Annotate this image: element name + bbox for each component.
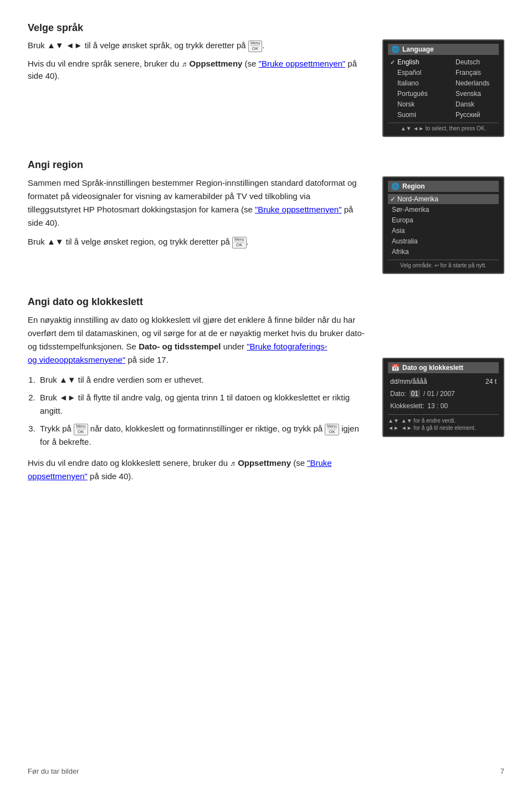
dato-footer-line-1: ▲▼ ▲▼ for å endre verdi.	[388, 417, 499, 424]
region-nord-amerika: ✓ Nord-Amerika	[388, 194, 499, 204]
step-2: Bruk ◄► til å flytte til andre valg, og …	[38, 391, 366, 418]
bruke-oppsett-link-2[interactable]: "Bruke oppsettmenyen"	[255, 205, 342, 214]
region-sor-amerika: Sør-Amerika	[388, 205, 499, 215]
language-screen: 🌐 Language ✓ English Deutsch Es	[382, 39, 504, 137]
bruke-oppsett-link-1[interactable]: "Bruke oppsettmenyen"	[259, 59, 346, 68]
angi-region-body: Sammen med Språk-innstillingen bestemmer…	[28, 176, 366, 230]
lang-norsk: Norsk	[388, 99, 441, 109]
oppsett-bold-2: Oppsettmeny	[238, 458, 291, 468]
dato-bold: Dato- og tidsstempel	[139, 342, 221, 351]
velge-sprak-heading: Velge språk	[28, 22, 504, 34]
angi-region-heading: Angi region	[28, 159, 504, 171]
oppsett-bold-1: Oppsettmeny	[190, 59, 243, 68]
region-screen-title: 🌐 Region	[388, 181, 499, 192]
lang-francais: Français	[446, 68, 499, 78]
page-footer-right: 7	[500, 767, 504, 775]
lang-dansk: Dansk	[446, 99, 499, 109]
dato-klokkeslett-row: Klokkeslett: 13 : 00	[388, 401, 499, 411]
velge-sprak-para1: Bruk ▲▼ ◄► til å velge ønsket språk, og …	[28, 39, 366, 52]
lang-portugues: Português	[388, 89, 441, 99]
velge-sprak-para2: Hvis du vil endre språk senere, bruker d…	[28, 58, 366, 83]
page-footer-left: Før du tar bilder	[28, 767, 79, 775]
lang-italiano: Italiano	[388, 78, 441, 88]
dato-dato-row: Dato: 01 / 01 / 2007	[388, 389, 499, 399]
note-icon-1: ♬	[182, 59, 187, 70]
angi-region-text: Sammen med Språk-innstillingen bestemmer…	[28, 176, 366, 274]
menu-ok-button-1: Menu OK	[248, 40, 263, 52]
language-screen-footer: ▲▼ ◄► to select, then press OK.	[388, 123, 499, 131]
region-check-icon: ✓	[390, 195, 396, 203]
angi-dato-heading: Angi dato og klokkeslett	[28, 296, 504, 308]
lang-svenska: Svenska	[446, 89, 499, 99]
note-icon-2: ♬	[230, 458, 236, 470]
velge-sprak-section: Velge språk Bruk ▲▼ ◄► til å velge ønske…	[28, 22, 504, 137]
lang-nederlands: Nederlands	[446, 78, 499, 88]
velge-sprak-text: Bruk ▲▼ ◄► til å velge ønsket språk, og …	[28, 39, 366, 137]
globe-icon: 🌐	[391, 45, 400, 53]
step-3: Trykk på Menu OK når dato, klokkeslett o…	[38, 422, 366, 449]
angi-dato-steps: Bruk ▲▼ til å endre verdien som er uthev…	[38, 373, 366, 449]
region-screen-items: ✓ Nord-Amerika Sør-Amerika Europa Asia	[388, 194, 499, 257]
angi-dato-outro: Hvis du vil endre dato og klokkeslett se…	[28, 456, 366, 483]
angi-dato-section: Angi dato og klokkeslett En nøyaktig inn…	[28, 296, 504, 483]
menu-ok-button-2: Menu OK	[232, 237, 247, 248]
region-screen: 🌐 Region ✓ Nord-Amerika Sør-Amerika Euro…	[382, 176, 504, 274]
calendar-icon: 📅	[391, 364, 400, 372]
check-icon: ✓	[390, 59, 396, 66]
region-asia: Asia	[388, 226, 499, 236]
lang-suomi: Suomi	[388, 110, 441, 120]
region-afrika: Afrika	[388, 247, 499, 257]
globe-icon-2: 🌐	[391, 182, 400, 190]
dato-screen: 📅 Dato og klokkeslett dd/mm/åååå 24 t Da…	[382, 358, 504, 437]
angi-region-body3: Bruk ▲▼ til å velge ønsket region, og tr…	[28, 235, 366, 248]
lang-deutsch: Deutsch	[446, 57, 499, 67]
angi-dato-intro: En nøyaktig innstilling av dato og klokk…	[28, 313, 366, 367]
dato-format-line: dd/mm/åååå 24 t	[388, 377, 499, 387]
dato-screen-title: 📅 Dato og klokkeslett	[388, 362, 499, 373]
dato-screen-footer: ▲▼ ▲▼ for å endre verdi. ◄► ◄► for å gå …	[388, 414, 499, 431]
region-australia: Australia	[388, 236, 499, 246]
lang-espanol: Español	[388, 68, 441, 78]
dato-footer-line-2: ◄► ◄► for å gå til neste element.	[388, 424, 499, 431]
lang-russian: Русский	[446, 110, 499, 120]
menu-ok-button-4: Menu OK	[325, 424, 339, 435]
region-screen-footer: Velg område. ↩ for å starte på nytt.	[388, 260, 499, 268]
angi-dato-text: En nøyaktig innstilling av dato og klokk…	[28, 313, 366, 483]
step-1: Bruk ▲▼ til å endre verdien som er uthev…	[38, 373, 366, 387]
lang-english: ✓ English	[388, 57, 441, 67]
language-screen-items: ✓ English Deutsch Español Français	[388, 57, 499, 120]
language-screen-title: 🌐 Language	[388, 44, 499, 55]
menu-ok-button-3: Menu OK	[74, 424, 88, 435]
region-europa: Europa	[388, 215, 499, 225]
angi-region-section: Angi region Sammen med Språk-innstilling…	[28, 159, 504, 274]
